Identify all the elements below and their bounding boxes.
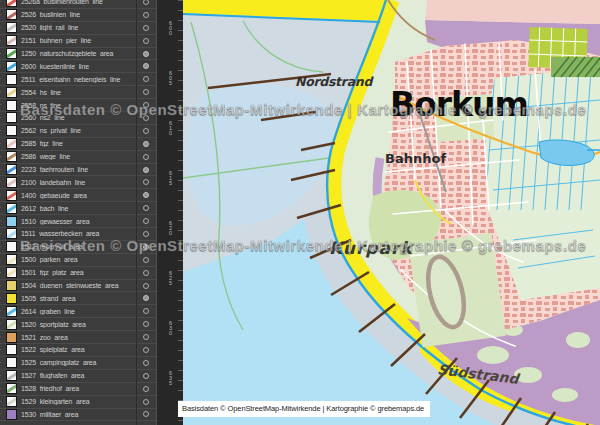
target-circle-icon[interactable] xyxy=(143,218,149,224)
layer-row[interactable]: ›2612_bach_line xyxy=(0,202,156,215)
layer-thumbnail[interactable] xyxy=(6,48,17,59)
target-circle-icon[interactable] xyxy=(143,205,149,211)
layer-thumbnail[interactable] xyxy=(6,357,17,368)
target-circle-icon[interactable] xyxy=(143,334,149,340)
layer-thumbnail[interactable] xyxy=(6,228,17,239)
layer-thumbnail[interactable] xyxy=(6,151,17,162)
layer-row[interactable]: ›2558_ns_line xyxy=(0,99,156,112)
layer-thumbnail[interactable] xyxy=(6,344,17,355)
layer-thumbnail[interactable] xyxy=(6,112,17,123)
layer-thumbnail[interactable] xyxy=(6,9,17,20)
layer-row[interactable]: ›1500_parken_area xyxy=(0,254,156,267)
layer-thumbnail[interactable] xyxy=(6,125,17,136)
layer-row[interactable]: ›2526a_buslinienrouten_line xyxy=(0,0,156,9)
target-circle-icon[interactable] xyxy=(143,347,149,353)
target-circle-icon[interactable] xyxy=(143,295,149,301)
layer-thumbnail[interactable] xyxy=(6,280,17,291)
layer-row[interactable]: ›2560_ns2_line xyxy=(0,112,156,125)
layer-row[interactable]: ›1505_strand_area xyxy=(0,292,156,305)
layer-thumbnail[interactable] xyxy=(6,203,17,214)
target-circle-icon[interactable] xyxy=(143,141,149,147)
layer-row[interactable]: ›2511_eisenbahn_nebengleis_line xyxy=(0,73,156,86)
target-circle-icon[interactable] xyxy=(143,115,149,121)
layer-thumbnail[interactable] xyxy=(6,293,17,304)
target-circle-icon[interactable] xyxy=(143,360,149,366)
layer-row[interactable]: ›1501_fgz_platz_area xyxy=(0,267,156,280)
target-circle-icon[interactable] xyxy=(143,102,149,108)
target-circle-icon[interactable] xyxy=(143,38,149,44)
layer-row[interactable]: ›2614_graben_line xyxy=(0,305,156,318)
layer-thumbnail[interactable] xyxy=(6,267,17,278)
layer-row[interactable]: ›1400_gebaeude_area xyxy=(0,189,156,202)
layer-row[interactable]: ›2100_landebahn_line xyxy=(0,176,156,189)
target-circle-icon[interactable] xyxy=(143,12,149,18)
layer-thumbnail[interactable] xyxy=(6,241,17,252)
target-circle-icon[interactable] xyxy=(143,154,149,160)
layer-row[interactable]: ›1522_spielplatz_area xyxy=(0,344,156,357)
layer-thumbnail[interactable] xyxy=(6,306,17,317)
layer-row[interactable]: ›1512_reservoir_area xyxy=(0,241,156,254)
target-circle-icon[interactable] xyxy=(143,231,149,237)
layer-row[interactable]: ›1521_zoo_area xyxy=(0,331,156,344)
layer-thumbnail[interactable] xyxy=(6,396,17,407)
layer-thumbnail[interactable] xyxy=(6,409,17,420)
layer-row[interactable]: ›1525_campingplatz_area xyxy=(0,357,156,370)
target-circle-icon[interactable] xyxy=(143,283,149,289)
layer-row[interactable]: ›2562_ns_privat_line xyxy=(0,125,156,138)
layer-thumbnail[interactable] xyxy=(6,100,17,111)
target-circle-icon[interactable] xyxy=(143,321,149,327)
target-circle-icon[interactable] xyxy=(143,244,149,250)
layer-thumbnail[interactable] xyxy=(6,35,17,46)
target-circle-icon[interactable] xyxy=(143,63,149,69)
target-circle-icon[interactable] xyxy=(143,179,149,185)
layer-row[interactable]: ›1528_friedhof_area xyxy=(0,383,156,396)
target-circle-icon[interactable] xyxy=(143,128,149,134)
layer-row[interactable]: ›1511_wasserbecken_area xyxy=(0,228,156,241)
target-circle-icon[interactable] xyxy=(143,25,149,31)
layer-thumbnail[interactable] xyxy=(6,319,17,330)
layer-row[interactable]: ›2151_buhnen_pier_line xyxy=(0,35,156,48)
layer-thumbnail[interactable] xyxy=(6,177,17,188)
target-circle-icon[interactable] xyxy=(143,192,149,198)
target-circle-icon[interactable] xyxy=(143,167,149,173)
layer-row[interactable]: ›2223_faehrrouten_line xyxy=(0,164,156,177)
target-circle-icon[interactable] xyxy=(143,373,149,379)
target-circle-icon[interactable] xyxy=(143,411,149,417)
layer-thumbnail[interactable] xyxy=(6,164,17,175)
target-circle-icon[interactable] xyxy=(143,399,149,405)
layer-thumbnail[interactable] xyxy=(6,216,17,227)
layer-thumbnail[interactable] xyxy=(6,332,17,343)
layer-row[interactable]: ›2585_fgz_line xyxy=(0,138,156,151)
layer-row[interactable]: ›1510_gewaesser_area xyxy=(0,215,156,228)
layer-thumbnail[interactable] xyxy=(6,190,17,201)
target-circle-icon[interactable] xyxy=(143,0,149,5)
layer-thumbnail[interactable] xyxy=(6,370,17,381)
layer-row[interactable]: ›1527_flughafen_area xyxy=(0,370,156,383)
layer-row[interactable]: ›2520_light_rail_line xyxy=(0,22,156,35)
target-circle-icon[interactable] xyxy=(143,270,149,276)
target-circle-icon[interactable] xyxy=(143,76,149,82)
target-circle-icon[interactable] xyxy=(143,257,149,263)
layer-row[interactable]: ›2600_kuestenlinie_line xyxy=(0,60,156,73)
layer-thumbnail[interactable] xyxy=(6,74,17,85)
target-circle-icon[interactable] xyxy=(143,89,149,95)
layer-row[interactable]: ›1529_kleingarten_area xyxy=(0,396,156,409)
target-circle-icon[interactable] xyxy=(143,308,149,314)
map-viewport[interactable]: Nordstrand Borkum Bahnhof Kurpark Südstr… xyxy=(183,0,600,425)
layer-row[interactable]: ›2586_wege_line xyxy=(0,151,156,164)
layer-thumbnail[interactable] xyxy=(6,383,17,394)
layer-row[interactable]: ›2526_buslinien_line xyxy=(0,9,156,22)
layer-row[interactable]: ›1530_militaer_area xyxy=(0,409,156,422)
layer-row[interactable]: ›1504_duenen_steinwueste_area xyxy=(0,280,156,293)
target-circle-icon[interactable] xyxy=(143,51,149,57)
target-circle-icon[interactable] xyxy=(143,386,149,392)
layer-thumbnail[interactable] xyxy=(6,254,17,265)
map-canvas[interactable]: Nordstrand Borkum Bahnhof Kurpark Südstr… xyxy=(183,0,600,425)
layer-thumbnail[interactable] xyxy=(6,22,17,33)
layer-thumbnail[interactable] xyxy=(6,0,17,7)
layer-row[interactable]: ›1250_naturschutzgebiete_area xyxy=(0,48,156,61)
layer-row[interactable]: ›1520_sportplatz_area xyxy=(0,318,156,331)
layer-thumbnail[interactable] xyxy=(6,138,17,149)
layer-thumbnail[interactable] xyxy=(6,61,17,72)
layer-thumbnail[interactable] xyxy=(6,87,17,98)
